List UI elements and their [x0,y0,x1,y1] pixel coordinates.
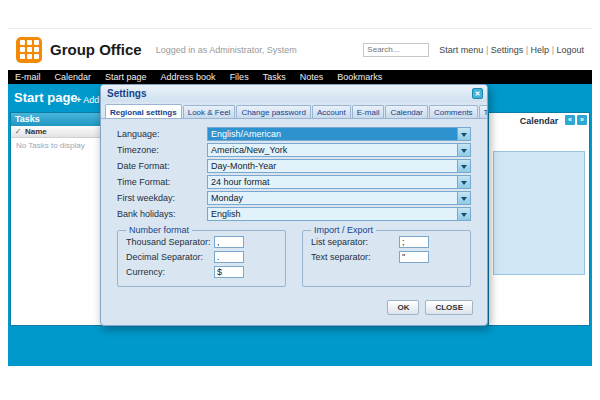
first-weekday-select[interactable]: Monday [207,191,471,205]
calendar-content-box [493,151,585,275]
tab-tasks[interactable]: Tasks [479,105,487,118]
menu-item-notes[interactable]: Notes [293,72,331,82]
app-title: Group Office [50,41,142,58]
dialog-fieldsets: Number format Thousand Separator: Decima… [117,225,471,287]
add-button[interactable]: +Add [76,95,99,105]
text-separator-label: Text separator: [311,252,399,262]
add-button-label: Add [83,95,99,105]
chevron-down-icon[interactable] [457,208,470,220]
tab-regional-settings[interactable]: Regional settings [105,104,182,119]
date-format-label: Date Format: [117,161,207,171]
tab-calendar[interactable]: Calendar [385,105,427,118]
chevron-down-icon[interactable] [457,176,470,188]
tab-email[interactable]: E-mail [352,105,385,118]
import-export-legend: Import / Export [311,225,376,235]
time-format-label: Time Format: [117,177,207,187]
timezone-label: Timezone: [117,145,207,155]
dialog-titlebar[interactable]: Settings ✕ [101,85,487,102]
regional-settings-form: Language: English/American Timezone: Ame… [117,127,471,223]
chevron-down-icon[interactable] [457,160,470,172]
number-format-legend: Number format [126,225,192,235]
tab-comments[interactable]: Comments [429,105,478,118]
first-weekday-value: Monday [211,193,259,203]
chevron-down-icon[interactable] [457,144,470,156]
dialog-tabstrip: Regional settings Look & Feel Change pas… [101,102,487,119]
text-separator-input[interactable] [399,251,429,263]
currency-input[interactable] [214,266,244,278]
ok-button[interactable]: OK [387,300,419,315]
chevron-left-icon[interactable]: « [565,115,575,125]
list-separator-label: List separator: [311,237,399,247]
dialog-title: Settings [107,88,146,99]
language-value: English/American [211,129,297,139]
page-title: Start page [14,90,78,105]
language-label: Language: [117,129,207,139]
link-start-menu[interactable]: Start menu [439,45,490,55]
decimal-separator-input[interactable] [214,251,244,263]
bank-holidays-value: English [211,209,257,219]
tab-account[interactable]: Account [312,105,351,118]
thousand-separator-label: Thousand Separator: [126,237,214,247]
calendar-panel: Calendar « » [488,112,590,326]
link-help[interactable]: Help [531,45,557,55]
close-button[interactable]: CLOSE [425,300,473,315]
menu-item-bookmarks[interactable]: Bookmarks [330,72,389,82]
bank-holidays-label: Bank holidays: [117,209,207,219]
timezone-value: America/New_York [211,145,303,155]
link-logout[interactable]: Logout [556,45,584,55]
plus-icon: + [76,95,81,105]
login-status: Logged in as Administrator, System [156,45,297,55]
tab-look-and-feel[interactable]: Look & Feel [183,105,236,118]
date-format-value: Day-Month-Year [211,161,292,171]
time-format-select[interactable]: 24 hour format [207,175,471,189]
calendar-panel-tools: « » [565,115,587,125]
link-settings[interactable]: Settings [491,45,531,55]
main-menubar: E-mail Calendar Start page Address book … [8,70,592,84]
tab-change-password[interactable]: Change password [236,105,310,118]
close-icon: ✕ [475,90,481,97]
decimal-separator-label: Decimal Separator: [126,252,214,262]
dialog-close-button[interactable]: ✕ [472,88,483,99]
chevron-down-icon[interactable] [457,192,470,204]
language-select[interactable]: English/American [207,127,471,141]
menu-item-tasks[interactable]: Tasks [256,72,293,82]
chevron-down-icon[interactable] [457,128,470,140]
settings-dialog: Settings ✕ Regional settings Look & Feel… [100,84,488,326]
list-separator-input[interactable] [399,236,429,248]
menu-item-address-book[interactable]: Address book [154,72,223,82]
time-format-value: 24 hour format [211,177,286,187]
timezone-select[interactable]: America/New_York [207,143,471,157]
import-export-fieldset: Import / Export List separator: Text sep… [302,225,471,287]
calendar-panel-header: Calendar « » [489,113,589,128]
menu-item-calendar[interactable]: Calendar [48,72,99,82]
number-format-fieldset: Number format Thousand Separator: Decima… [117,225,286,287]
thousand-separator-input[interactable] [214,236,244,248]
chevron-right-icon[interactable]: » [577,115,587,125]
date-format-select[interactable]: Day-Month-Year [207,159,471,173]
tasks-column-name[interactable]: Name [25,127,47,136]
menu-item-files[interactable]: Files [223,72,256,82]
currency-label: Currency: [126,267,214,277]
group-office-logo-icon [16,37,42,63]
bank-holidays-select[interactable]: English [207,207,471,221]
dialog-buttons: OK CLOSE [387,300,473,315]
calendar-panel-title: Calendar [520,116,559,126]
check-icon[interactable]: ✓ [11,127,25,136]
app-header: Group Office Logged in as Administrator,… [8,28,592,70]
menu-item-email[interactable]: E-mail [8,72,48,82]
search-input[interactable] [363,43,429,57]
first-weekday-label: First weekday: [117,193,207,203]
menu-item-start-page[interactable]: Start page [98,72,154,82]
header-links: Start menu Settings Help Logout [439,45,584,55]
